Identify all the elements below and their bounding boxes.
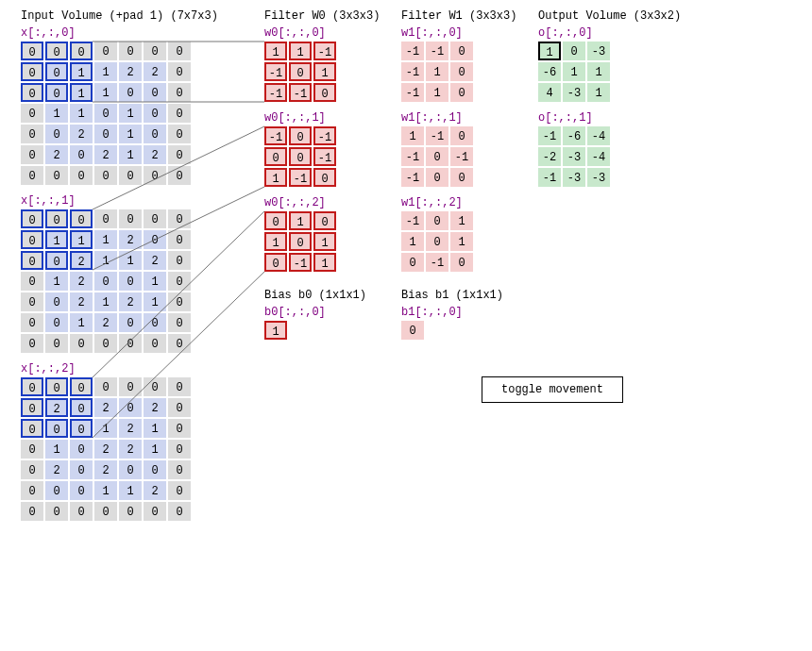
grid-cell: 1 <box>450 211 473 230</box>
grid-cell: -1 <box>426 42 448 60</box>
grid-cell: -3 <box>563 147 585 166</box>
grid-cell: 0 <box>70 209 93 228</box>
grid-cell: 0 <box>94 502 117 521</box>
grid-cell: -4 <box>587 126 610 145</box>
grid-cell: 0 <box>168 83 191 102</box>
grid-cell: 1 <box>264 168 287 187</box>
filter-w1-column: Filter W1 (3x3x3) w1[:,:,0]-1-10-110-110… <box>401 9 516 340</box>
grid-cell: -3 <box>587 42 610 60</box>
grid-cell: 0 <box>119 334 142 353</box>
grid-cell: -3 <box>563 168 585 187</box>
grid-cell: 0 <box>168 251 191 270</box>
grid-cell: 0 <box>21 481 43 500</box>
filter-grid: -1-10-110-110 <box>401 42 516 102</box>
grid-cell: 0 <box>401 253 424 272</box>
grid-cell: 0 <box>264 147 287 166</box>
grid-cell: -1 <box>289 83 312 102</box>
grid-cell: 2 <box>144 481 166 500</box>
grid-cell: 1 <box>94 230 117 249</box>
grid-cell: 1 <box>119 251 142 270</box>
grid-cell: 0 <box>45 166 68 185</box>
grid-cell: 0 <box>21 313 43 332</box>
grid-cell: 0 <box>144 104 166 123</box>
grid-cell: 0 <box>21 272 43 291</box>
grid-cell: 2 <box>144 398 166 417</box>
grid-cell: 1 <box>587 62 610 81</box>
grid-cell: 1 <box>289 42 312 60</box>
grid-cell: 0 <box>119 42 142 60</box>
grid-cell: 1 <box>119 125 142 143</box>
grid-cell: 0 <box>21 440 43 459</box>
grid-cell: 1 <box>119 104 142 123</box>
grid-cell: -1 <box>264 83 287 102</box>
grid-cell: 0 <box>168 313 191 332</box>
filter-slice-label: w1[:,:,2] <box>401 196 516 209</box>
grid-cell: 0 <box>45 481 68 500</box>
grid-cell: 0 <box>119 377 142 396</box>
grid-cell: -6 <box>538 62 561 81</box>
grid-cell: 2 <box>45 398 68 417</box>
filter-slice-label: w1[:,:,1] <box>401 111 516 125</box>
grid-cell: 0 <box>144 334 166 353</box>
grid-cell: 0 <box>21 419 43 438</box>
grid-cell: 2 <box>70 125 93 143</box>
grid-cell: 0 <box>94 272 117 291</box>
grid-cell: 0 <box>144 209 166 228</box>
grid-cell: 4 <box>538 83 561 102</box>
grid-cell: 2 <box>144 145 166 164</box>
grid-cell: 0 <box>144 42 166 60</box>
grid-cell: 0 <box>21 502 43 521</box>
grid-cell: 0 <box>70 42 93 60</box>
toggle-movement-button[interactable]: toggle movement <box>482 376 623 403</box>
grid-cell: -1 <box>401 62 424 81</box>
grid-cell: 0 <box>21 166 43 185</box>
grid-cell: 0 <box>119 460 142 479</box>
output-slice-label: o[:,:,1] <box>538 111 681 125</box>
grid-cell: 0 <box>168 481 191 500</box>
conv-demo-diagram: Input Volume (+pad 1) (7x7x3) x[:,:,0]00… <box>9 9 803 632</box>
grid-cell: 0 <box>450 126 473 145</box>
filter-grid: 0101010-11 <box>264 211 380 272</box>
output-grid: 10-3-6114-31 <box>538 42 681 102</box>
grid-cell: -1 <box>313 42 336 60</box>
grid-cell: 0 <box>119 272 142 291</box>
grid-cell: 1 <box>70 62 93 81</box>
grid-cell: 0 <box>144 230 166 249</box>
grid-cell: 0 <box>168 440 191 459</box>
input-grid: 0000000020202000012100102210020200000011… <box>21 377 218 521</box>
grid-cell: 0 <box>45 313 68 332</box>
grid-cell: -1 <box>264 62 287 81</box>
grid-cell: 0 <box>45 125 68 143</box>
grid-cell: 2 <box>94 313 117 332</box>
grid-cell: 2 <box>144 62 166 81</box>
grid-cell: 0 <box>45 251 68 270</box>
grid-cell: -1 <box>538 126 561 145</box>
grid-cell: 0 <box>94 104 117 123</box>
grid-cell: 0 <box>45 83 68 102</box>
bias-b1-title: Bias b1 (1x1x1) <box>401 289 516 302</box>
filter-grid: -10-100-11-10 <box>264 126 380 187</box>
grid-cell: 2 <box>94 440 117 459</box>
grid-cell: 2 <box>119 230 142 249</box>
input-column: Input Volume (+pad 1) (7x7x3) x[:,:,0]00… <box>21 9 218 526</box>
grid-cell: 2 <box>144 251 166 270</box>
grid-cell: 0 <box>45 42 68 60</box>
grid-cell: -1 <box>426 126 448 145</box>
grid-cell: 0 <box>450 62 473 81</box>
grid-cell: 0 <box>21 104 43 123</box>
grid-cell: 0 <box>289 147 312 166</box>
grid-cell: 0 <box>144 125 166 143</box>
grid-cell: 2 <box>94 398 117 417</box>
grid-cell: 1 <box>144 292 166 311</box>
grid-cell: 0 <box>289 126 312 145</box>
grid-cell: -3 <box>563 83 585 102</box>
grid-cell: 0 <box>21 292 43 311</box>
grid-cell: 0 <box>168 292 191 311</box>
grid-cell: 0 <box>426 168 448 187</box>
grid-cell: -1 <box>401 147 424 166</box>
grid-cell: 0 <box>21 125 43 143</box>
grid-cell: 0 <box>168 460 191 479</box>
grid-cell: 0 <box>21 62 43 81</box>
grid-cell: 1 <box>264 42 287 60</box>
grid-cell: -1 <box>401 168 424 187</box>
